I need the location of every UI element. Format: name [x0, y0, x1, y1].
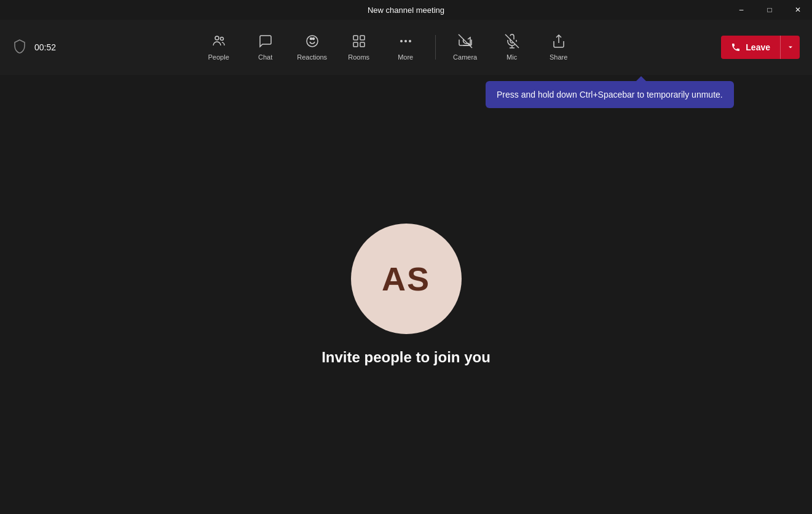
- camera-label: Camera: [453, 53, 477, 61]
- toolbar-left: 00:52: [12, 39, 56, 56]
- meeting-timer: 00:52: [34, 42, 56, 52]
- avatar-initials: AS: [382, 260, 430, 298]
- minimize-button[interactable]: –: [727, 0, 755, 20]
- camera-icon: [458, 34, 473, 51]
- svg-rect-5: [353, 42, 358, 47]
- camera-button[interactable]: Camera: [443, 25, 487, 70]
- title-bar: New channel meeting – □ ✕: [0, 0, 812, 20]
- toolbar-divider: [435, 35, 436, 60]
- share-label: Share: [550, 53, 567, 61]
- unmute-tooltip: Press and hold down Ctrl+Spacebar to tem…: [486, 81, 734, 108]
- mic-button[interactable]: Mic: [490, 25, 534, 70]
- tooltip-text: Press and hold down Ctrl+Spacebar to tem…: [497, 90, 723, 99]
- svg-point-8: [404, 40, 407, 42]
- invite-text: Invite people to join you: [321, 349, 491, 366]
- reactions-label: Reactions: [297, 53, 327, 61]
- people-icon: [211, 34, 226, 51]
- share-icon: [551, 34, 566, 51]
- rooms-button[interactable]: Rooms: [337, 25, 381, 70]
- toolbar-right: Leave: [721, 36, 800, 59]
- meeting-toolbar: 00:52 People Chat: [0, 20, 812, 75]
- more-label: More: [398, 53, 413, 61]
- svg-point-7: [400, 40, 403, 42]
- leave-button[interactable]: Leave: [721, 36, 780, 59]
- window-title: New channel meeting: [368, 6, 444, 15]
- share-button[interactable]: Share: [537, 25, 581, 70]
- chat-label: Chat: [258, 53, 272, 61]
- svg-point-2: [307, 36, 318, 47]
- rooms-icon: [352, 34, 366, 51]
- svg-rect-3: [353, 36, 358, 40]
- svg-rect-4: [360, 36, 365, 40]
- more-icon: [398, 34, 413, 51]
- chat-icon: [258, 34, 273, 51]
- svg-point-0: [215, 36, 219, 40]
- more-button[interactable]: More: [384, 25, 428, 70]
- leave-dropdown-button[interactable]: [780, 36, 800, 59]
- people-button[interactable]: People: [197, 25, 241, 70]
- window-controls: – □ ✕: [727, 0, 812, 20]
- user-avatar: AS: [351, 224, 462, 334]
- reactions-icon: [305, 34, 320, 51]
- rooms-label: Rooms: [348, 53, 369, 61]
- shield-icon: [12, 39, 27, 56]
- mic-label: Mic: [507, 53, 517, 61]
- svg-point-1: [220, 37, 223, 41]
- svg-rect-6: [360, 42, 365, 47]
- svg-point-9: [409, 40, 411, 42]
- close-button[interactable]: ✕: [784, 0, 812, 20]
- main-content: AS Invite people to join you: [0, 75, 812, 514]
- leave-group: Leave: [721, 36, 800, 59]
- people-label: People: [208, 53, 229, 61]
- mic-icon: [505, 34, 519, 51]
- chat-button[interactable]: Chat: [243, 25, 288, 70]
- maximize-button[interactable]: □: [755, 0, 784, 20]
- reactions-button[interactable]: Reactions: [290, 25, 334, 70]
- toolbar-center: People Chat Reactions: [56, 25, 721, 70]
